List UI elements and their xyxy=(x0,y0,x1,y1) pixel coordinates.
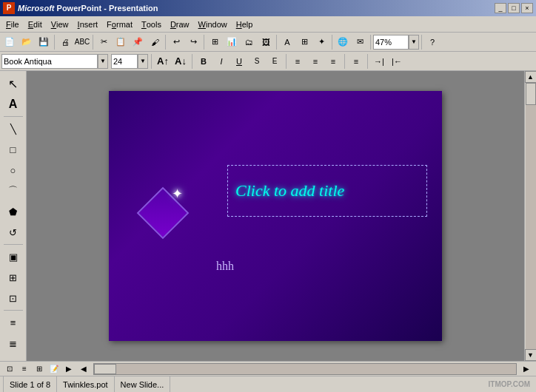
bold-button[interactable]: B xyxy=(195,54,212,69)
align-center-button[interactable]: ≡ xyxy=(307,54,324,69)
font-size-dropdown[interactable]: ▼ xyxy=(138,54,148,69)
insert-table[interactable]: ⊞ xyxy=(207,35,223,50)
decrease-font-button[interactable]: A↓ xyxy=(172,54,189,69)
align-left-button[interactable]: ≡ xyxy=(289,54,306,69)
scroll-thumb[interactable] xyxy=(526,83,536,105)
expand-btn[interactable]: ⊞ xyxy=(296,35,312,50)
font-name-input[interactable]: Book Antiqua xyxy=(1,54,98,69)
logo: ITMOP.COM xyxy=(489,380,533,388)
title-text: Click to add title xyxy=(235,181,344,200)
freeform-tool[interactable]: ⬟ xyxy=(3,202,24,221)
menu-window[interactable]: Window xyxy=(194,16,232,32)
increase-font-button[interactable]: A↑ xyxy=(155,54,171,69)
rectangle-tool[interactable]: □ xyxy=(3,140,24,159)
drawing-toolbar: ↖ A ╲ □ ○ ⌒ ⬟ ↺ ▣ ⊞ ⊡ ≡ ≣ xyxy=(0,71,27,361)
insert-word-art[interactable]: A xyxy=(279,35,295,50)
fill-color-tool[interactable]: ▣ xyxy=(3,247,24,266)
window-controls: _ □ × xyxy=(495,3,533,13)
close-button[interactable]: × xyxy=(521,3,533,13)
menu-format[interactable]: Format xyxy=(102,16,137,32)
arc-tool[interactable]: ⌒ xyxy=(3,181,24,200)
vertical-scrollbar: ▲ ▼ xyxy=(524,71,536,361)
hscroll-left[interactable]: ◀ xyxy=(77,363,90,375)
shadow-button[interactable]: S xyxy=(249,54,265,69)
menu-tools[interactable]: Tools xyxy=(137,16,166,32)
scroll-down-button[interactable]: ▼ xyxy=(525,349,537,361)
slide[interactable]: ✦ Click to add title hhh xyxy=(109,91,442,341)
print-button[interactable]: 🖨 xyxy=(57,35,73,50)
increase-indent-button[interactable]: →| xyxy=(371,54,387,69)
menu-draw[interactable]: Draw xyxy=(166,16,194,32)
select-tool[interactable]: ↖ xyxy=(3,74,24,93)
font-size-input[interactable]: 24 xyxy=(111,54,138,69)
insert-org[interactable]: 🗂 xyxy=(241,35,257,50)
title-left: P Microsoft PowerPoint - Presentation xyxy=(3,2,158,14)
zoom-dropdown[interactable]: ▼ xyxy=(409,35,419,50)
hscroll-right[interactable]: ▶ xyxy=(520,363,533,375)
menu-help[interactable]: Help xyxy=(232,16,258,32)
bullets-button[interactable]: ≡ xyxy=(348,54,364,69)
ellipse-tool[interactable]: ○ xyxy=(3,160,24,180)
undo-button[interactable]: ↩ xyxy=(168,35,184,50)
align-right-button[interactable]: ≡ xyxy=(325,54,341,69)
slide-sorter-button[interactable]: ⊞ xyxy=(33,363,46,375)
cut-button[interactable]: ✂ xyxy=(96,35,112,50)
font-selector: Book Antiqua ▼ xyxy=(1,54,108,69)
normal-view-button[interactable]: ⊡ xyxy=(3,363,16,375)
new-button[interactable]: 📄 xyxy=(1,35,18,50)
help-button[interactable]: ? xyxy=(424,35,440,50)
menu-edit[interactable]: Edit xyxy=(24,16,47,32)
spellcheck-button[interactable]: ABC xyxy=(74,35,90,50)
title-placeholder[interactable]: Click to add title xyxy=(227,165,427,217)
text-tool[interactable]: A xyxy=(3,95,24,114)
notes-view-button[interactable]: 📝 xyxy=(47,363,61,375)
status-bar: Slide 1 of 8 Twinkles.pot New Slide... I… xyxy=(0,376,536,392)
rotate-tool[interactable]: ↺ xyxy=(3,223,24,242)
menu-view[interactable]: View xyxy=(47,16,73,32)
lighting-btn[interactable]: ✦ xyxy=(313,35,329,50)
decrease-indent-button[interactable]: |← xyxy=(389,54,405,69)
separator xyxy=(165,35,166,50)
scroll-track[interactable] xyxy=(526,83,536,349)
italic-button[interactable]: I xyxy=(213,54,230,69)
slideshow-button[interactable]: ▶ xyxy=(62,363,76,375)
maximize-button[interactable]: □ xyxy=(508,3,520,13)
new-slide-button[interactable]: New Slide... xyxy=(115,376,171,392)
separator xyxy=(286,54,287,69)
minimize-button[interactable]: _ xyxy=(495,3,506,13)
zoom-control: 47% ▼ xyxy=(373,35,419,50)
save-button[interactable]: 💾 xyxy=(36,35,52,50)
line-tool[interactable]: ╲ xyxy=(3,119,24,138)
underline-button[interactable]: U xyxy=(231,54,247,69)
hscroll-thumb[interactable] xyxy=(94,364,116,374)
copy-button[interactable]: 📋 xyxy=(113,35,129,50)
open-button[interactable]: 📂 xyxy=(19,35,35,50)
menu-insert[interactable]: Insert xyxy=(73,16,103,32)
separator xyxy=(367,54,368,69)
outline-view-button[interactable]: ≡ xyxy=(18,363,31,375)
redo-button[interactable]: ↪ xyxy=(185,35,201,50)
app-title: Microsoft PowerPoint - Presentation xyxy=(18,4,158,13)
separator xyxy=(192,54,192,69)
emboss-button[interactable]: E xyxy=(267,54,283,69)
slide-area: ✦ Click to add title hhh xyxy=(27,71,524,361)
zoom-value[interactable]: 47% xyxy=(373,35,409,50)
paste-button[interactable]: 📌 xyxy=(130,35,146,50)
separator xyxy=(4,310,23,311)
separator xyxy=(151,54,152,69)
format-painter[interactable]: 🖌 xyxy=(147,35,163,50)
font-dropdown[interactable]: ▼ xyxy=(98,54,108,69)
horizontal-scrollbar[interactable] xyxy=(93,363,517,375)
insert-chart[interactable]: 📊 xyxy=(224,35,240,50)
template-info: Twinkles.pot xyxy=(57,376,115,392)
font-size-selector: 24 ▼ xyxy=(111,54,148,69)
menu-file[interactable]: File xyxy=(1,16,24,32)
group-tool[interactable]: ≣ xyxy=(3,334,24,353)
align-tool[interactable]: ≡ xyxy=(3,313,24,332)
scroll-up-button[interactable]: ▲ xyxy=(525,71,537,83)
insert-clip[interactable]: 🖼 xyxy=(258,35,274,50)
email-btn[interactable]: ✉ xyxy=(352,35,368,50)
line-color-tool[interactable]: ⊞ xyxy=(3,268,24,287)
web-btn[interactable]: 🌐 xyxy=(335,35,351,50)
shadow-tool[interactable]: ⊡ xyxy=(3,288,24,308)
